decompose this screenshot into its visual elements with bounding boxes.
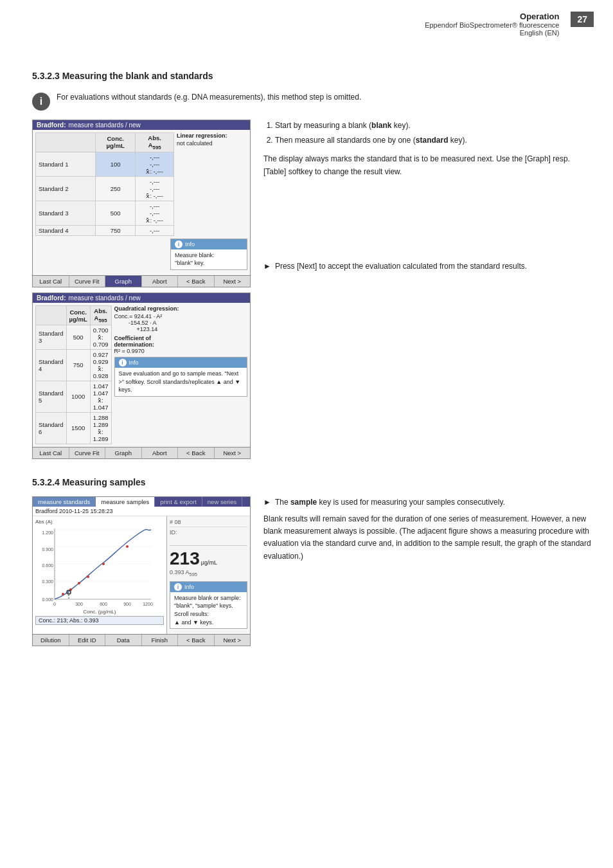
graph-screen-col: measure standards measure samples print …: [32, 496, 251, 646]
svg-text:1200: 1200: [143, 602, 153, 606]
graph-popup-icon: i: [174, 583, 182, 591]
popup1-header: i Info: [171, 239, 247, 249]
softkey-edit-id[interactable]: Edit ID: [69, 635, 106, 646]
svg-text:0: 0: [53, 602, 56, 606]
graph-svg: 0.000 0.300 0.600 0.900 1.200 0: [35, 525, 154, 609]
quad-line2: -154.52 · A: [114, 320, 247, 326]
softkey-next2[interactable]: Next >: [215, 635, 251, 646]
arrow-text1: Press [Next] to accept the evaluation ca…: [275, 260, 527, 272]
screen2-softkeys: Last Cal Curve Fit Graph Abort < Back Ne…: [33, 447, 250, 458]
col2-abs: Abs.A595: [90, 306, 111, 325]
popup2-header: i Info: [115, 357, 247, 368]
arrow-bullet1: ► Press [Next] to accept the evaluation …: [263, 260, 594, 272]
step2: Then measure all standards one by one (s…: [275, 134, 594, 147]
softkey-dilution[interactable]: Dilution: [33, 635, 69, 646]
tab-measure-samples[interactable]: measure samples: [96, 497, 155, 507]
info-text: For evaluations without standards (e.g. …: [57, 91, 361, 103]
page-header: Operation Eppendorf BioSpectrometer® flu…: [425, 12, 594, 37]
section2-body: Blank results will remain saved for the …: [263, 513, 594, 563]
std3-abs: -,--- -,--- x̄: -,---: [136, 201, 174, 225]
graph-popup-header: i Info: [170, 582, 247, 592]
header-subtitle1: Eppendorf BioSpectrometer® fluorescence: [425, 21, 559, 29]
s6-abs: 1.288 1.289 x̄: 1.289: [90, 412, 111, 444]
softkey2-graph[interactable]: Graph: [105, 448, 142, 458]
table-row: Standard 4 750 0.927 0.929 x̄: 0.928: [36, 349, 112, 381]
coeff-value: R² = 0.9970: [114, 348, 247, 354]
conc-big: 213: [170, 550, 200, 568]
svg-text:600: 600: [100, 602, 107, 606]
softkey-back2[interactable]: < Back: [178, 635, 215, 646]
graph-popup-body: Measure blank or sample:"blank", "sample…: [170, 592, 247, 628]
s4-abs: 0.927 0.929 x̄: 0.928: [90, 349, 111, 381]
softkey-lastcal[interactable]: Last Cal: [33, 276, 69, 287]
softkey2-lastcal[interactable]: Last Cal: [33, 448, 69, 458]
screen1-titlebar: Bradford: measure standards / new: [33, 120, 250, 130]
popup1-title: Info: [185, 241, 195, 248]
screen2: Bradford: measure standards / new Conc.µ…: [32, 293, 251, 459]
softkey-next[interactable]: Next >: [215, 276, 251, 287]
page-number: 27: [571, 12, 594, 27]
popup2-icon: i: [119, 359, 127, 366]
svg-text:300: 300: [75, 602, 83, 606]
x-axis-label: Conc. (µg/mL): [35, 609, 164, 615]
popup2-body: Save evaluation and go to sample meas. "…: [115, 368, 247, 396]
sample-num: # 08: [170, 519, 247, 527]
s3-label: Standard 3: [36, 325, 67, 349]
screen2-subtitle: measure standards / new: [69, 294, 141, 302]
s4-conc: 750: [66, 349, 90, 381]
svg-point-19: [78, 582, 80, 584]
softkey-graph[interactable]: Graph: [105, 276, 142, 287]
section1-heading: 5.3.2.3 Measuring the blank and standard…: [32, 71, 594, 81]
softkey-back[interactable]: < Back: [178, 276, 215, 287]
tab-measure-standards[interactable]: measure standards: [33, 497, 96, 507]
softkey2-curvefit[interactable]: Curve Fit: [69, 448, 106, 458]
arrow-icon: ►: [263, 262, 271, 271]
quad-regression-title: Quadratical regression:: [114, 305, 247, 312]
softkey-abort[interactable]: Abort: [142, 276, 179, 287]
screen1-subtitle: measure standards / new: [69, 122, 141, 129]
regression-value: not calculated: [177, 140, 247, 147]
screen2-info-popup: i Info Save evaluation and go to sample …: [114, 357, 247, 397]
regression-title: Linear regression:: [177, 132, 247, 139]
id-value: [170, 536, 247, 546]
section2-right-col: ► The sample key is used for measuring y…: [263, 496, 594, 646]
std4-conc: 750: [96, 225, 136, 235]
header-operation: Operation: [425, 12, 559, 21]
tab-print-export[interactable]: print & export: [155, 497, 202, 507]
softkey2-next[interactable]: Next >: [215, 448, 251, 458]
softkey-finish[interactable]: Finish: [142, 635, 179, 646]
section2-content: measure standards measure samples print …: [32, 496, 594, 646]
section2-arrow-bullet: ► The sample key is used for measuring y…: [263, 496, 594, 508]
std3-label: Standard 3: [36, 201, 96, 225]
body-text1: The display always marks the standard th…: [263, 153, 594, 177]
screen1: Bradford: measure standards / new Conc.µ…: [32, 120, 251, 287]
s5-conc: 1000: [66, 381, 90, 412]
info-box: i For evaluations without standards (e.g…: [32, 91, 594, 111]
softkey-data[interactable]: Data: [105, 635, 142, 646]
graph-right-panel: # 08 ID: 213 µg/mL 0.393 A595 i Inf: [166, 516, 250, 634]
left-col: Bradford: measure standards / new Conc.µ…: [32, 120, 251, 464]
arrow2-icon: ►: [263, 498, 271, 507]
graph-info-popup: i Info Measure blank or sample:"blank", …: [170, 581, 247, 629]
right-col: Start by measuring a blank (blank key). …: [263, 120, 594, 464]
softkey2-abort[interactable]: Abort: [142, 448, 179, 458]
s5-abs: 1.047 1.047 x̄: 1.047: [90, 381, 111, 412]
tab-new-series[interactable]: new series: [202, 497, 242, 507]
s4-label: Standard 4: [36, 349, 67, 381]
graph-popup-title: Info: [184, 584, 194, 590]
std2-conc: 250: [96, 176, 136, 201]
s6-label: Standard 6: [36, 412, 67, 444]
section2-heading: 5.3.2.4 Measuring samples: [32, 477, 594, 487]
svg-point-21: [102, 563, 105, 565]
softkey-curvefit[interactable]: Curve Fit: [69, 276, 106, 287]
s5-label: Standard 5: [36, 381, 67, 412]
screen1-softkeys: Last Cal Curve Fit Graph Abort < Back Ne…: [33, 275, 250, 287]
coeff-title: Coefficient ofdetermination:: [114, 335, 247, 348]
screen2-brand: Bradford:: [37, 294, 66, 302]
step1: Start by measuring a blank (blank key).: [275, 120, 594, 132]
y-axis-label: Abs (A): [35, 519, 164, 525]
page: Operation Eppendorf BioSpectrometer® flu…: [0, 0, 613, 868]
std1-conc: 100: [96, 152, 136, 176]
softkey2-back[interactable]: < Back: [178, 448, 215, 458]
std2-label: Standard 2: [36, 176, 96, 201]
